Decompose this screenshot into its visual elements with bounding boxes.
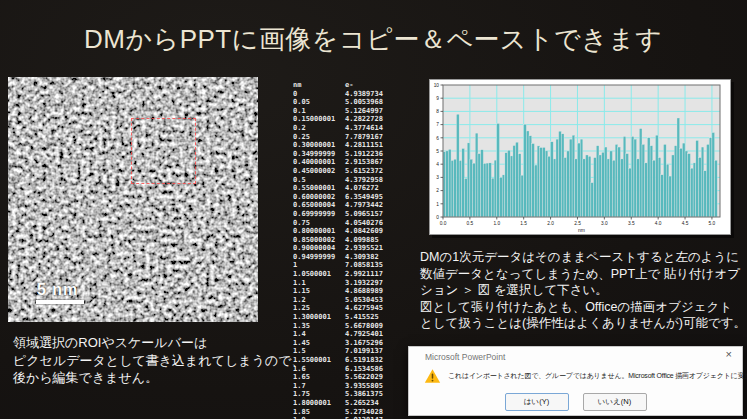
left-note-text: 領域選択のROIやスケールバーはピクセルデータとして書き込まれてしまうので、後か… <box>13 334 313 387</box>
table-row: 0.055.0053968 <box>293 98 423 107</box>
slide: DMからPPTに画像をコピー＆ペーストできます 5 nm nme-04.9389… <box>0 0 747 419</box>
svg-text:4.0: 4.0 <box>655 221 662 226</box>
scale-bar <box>36 300 84 304</box>
table-row: 0.550000014.076272 <box>293 184 423 193</box>
svg-text:0.5: 0.5 <box>467 221 474 226</box>
table-row: 1.25.0530453 <box>293 296 423 305</box>
svg-text:4: 4 <box>436 162 439 167</box>
warning-icon <box>424 368 441 384</box>
table-row: 1.13.1932297 <box>293 279 423 288</box>
note-line: ピクセルデータとして書き込まれてしまうので、 <box>13 352 313 370</box>
dialog-buttons: はい(Y) いいえ(N) <box>409 393 742 411</box>
svg-text:9: 9 <box>436 96 439 101</box>
table-row: 0.600000026.3549495 <box>293 193 423 202</box>
table-row: 1.254.6275945 <box>293 304 423 313</box>
svg-text:2.5: 2.5 <box>574 221 581 226</box>
table-row: 17.0858135 <box>293 261 423 270</box>
table-row: 0.24.3774614 <box>293 124 423 133</box>
right-note-text: DMの1次元データはそのままペーストすると左のように数値データとなってしまうため… <box>420 249 747 332</box>
table-row: 0.754.0540276 <box>293 219 423 228</box>
note-line: 図として張り付けたあとも、Officeの描画オブジェクト <box>420 299 747 316</box>
table-row: 0.800000014.0842609 <box>293 227 423 236</box>
table-row: 0.699999995.0965157 <box>293 210 423 219</box>
note-line: 後から編集できません。 <box>13 369 313 387</box>
table-row: 1.30000015.415525 <box>293 313 423 322</box>
svg-text:5.0: 5.0 <box>709 221 716 226</box>
profile-chart: 0123456789100.00.51.01.52.02.53.03.54.04… <box>429 79 731 235</box>
svg-text:2: 2 <box>436 188 439 193</box>
table-row: 1.154.8688989 <box>293 287 423 296</box>
dialog-message: これはインポートされた図で、グループではありません。Microsoft Offi… <box>448 371 747 381</box>
table-row: 0.650000044.7973442 <box>293 201 423 210</box>
dialog-title: Microsoft PowerPoint <box>425 352 505 362</box>
table-row: 1.755.3861375 <box>293 390 423 399</box>
dialog-body: これはインポートされた図で、グループではありません。Microsoft Offi… <box>424 368 734 384</box>
no-button[interactable]: いいえ(N) <box>583 393 647 411</box>
svg-text:nm: nm <box>578 227 585 233</box>
table-row: 0.54.3792958 <box>293 176 423 185</box>
note-line: 数値データとなってしまうため、PPT上で 貼り付けオプ <box>420 266 747 283</box>
note-line: として扱うことは(操作性はよくありませんが)可能です。 <box>420 315 747 332</box>
svg-text:5: 5 <box>436 149 439 154</box>
svg-text:4.5: 4.5 <box>682 221 689 226</box>
svg-text:2.0: 2.0 <box>547 221 554 226</box>
slide-title: DMからPPTに画像をコピー＆ペーストできます <box>84 22 662 57</box>
table-header-row: nme- <box>293 81 423 90</box>
table-row: 1.355.6678009 <box>293 322 423 331</box>
table-row: 0.850000024.099885 <box>293 236 423 245</box>
svg-text:3.5: 3.5 <box>628 221 635 226</box>
table-row: 1.05000012.9921117 <box>293 270 423 279</box>
svg-text:3.0: 3.0 <box>601 221 608 226</box>
tem-image: 5 nm <box>8 77 258 322</box>
note-line: DMの1次元データはそのままペーストすると左のように <box>420 249 747 266</box>
chart-svg: 0123456789100.00.51.01.52.02.53.03.54.04… <box>430 80 730 234</box>
powerpoint-dialog: Microsoft PowerPoint × これはインポートされた図で、グルー… <box>408 346 743 416</box>
roi-selection-box[interactable] <box>131 118 196 184</box>
svg-text:1.5: 1.5 <box>520 221 527 226</box>
close-icon[interactable]: × <box>726 349 732 360</box>
svg-text:7: 7 <box>436 122 439 127</box>
svg-text:8: 8 <box>436 109 439 114</box>
table-row: 0.949999994.309382 <box>293 253 423 262</box>
svg-text:0.0: 0.0 <box>440 221 447 226</box>
table-row: 0.400000012.9153867 <box>293 158 423 167</box>
svg-text:1.0: 1.0 <box>493 221 500 226</box>
table-row: 0.257.7879167 <box>293 133 423 142</box>
table-row: 0.349999995.1912236 <box>293 150 423 159</box>
note-line: 領域選択のROIやスケールバーは <box>13 334 313 352</box>
svg-text:0: 0 <box>436 215 439 220</box>
svg-text:10: 10 <box>434 83 440 88</box>
svg-text:3: 3 <box>436 175 439 180</box>
yes-button[interactable]: はい(Y) <box>505 393 569 411</box>
table-row: 0.15.1264997 <box>293 107 423 116</box>
note-line: ション ＞ 図 を選択して下さい。 <box>420 282 747 299</box>
svg-text:6: 6 <box>436 136 439 141</box>
table-row: 0.900000042.9395521 <box>293 244 423 253</box>
table-row: 0.450000025.6152372 <box>293 167 423 176</box>
table-row: 0.300000014.2811151 <box>293 141 423 150</box>
table-row: 04.9389734 <box>293 90 423 99</box>
table-row: 1.80000015.265234 <box>293 399 423 408</box>
table-row: 1.855.2734028 <box>293 408 423 417</box>
svg-text:1: 1 <box>436 202 439 207</box>
table-row: 0.150000014.2822728 <box>293 115 423 124</box>
scale-bar-label: 5 nm <box>37 281 78 299</box>
